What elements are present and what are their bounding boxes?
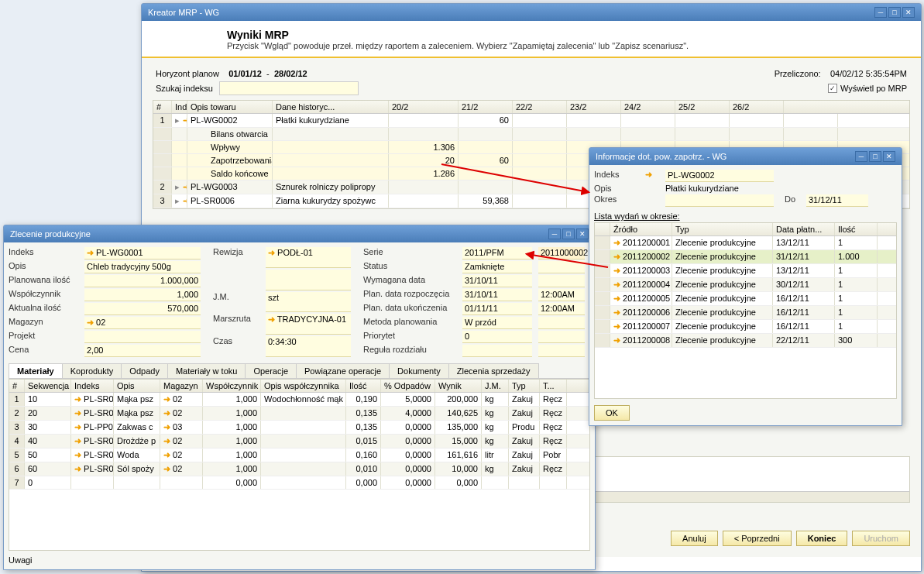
minimize-icon[interactable]: ─ bbox=[874, 7, 887, 18]
table-row[interactable]: 550➜ PL-SR00Woda➜ 021,0000,1600,0000161,… bbox=[9, 449, 589, 462]
field-value[interactable]: 31/10/11 bbox=[462, 289, 532, 301]
column-header[interactable]: Źródło bbox=[610, 223, 672, 235]
close-icon[interactable]: ✕ bbox=[576, 229, 589, 239]
field-value[interactable]: 12:00AM bbox=[538, 303, 585, 315]
table-row[interactable]: 220➜ PL-SR00Mąka psz➜ 021,0000,1354,0000… bbox=[9, 407, 589, 421]
table-row[interactable]: ➜ 2011200007Zlecenie produkcyjne16/12/11… bbox=[595, 320, 896, 334]
drill-arrow-icon[interactable]: ➜ bbox=[74, 408, 81, 418]
drill-arrow-icon[interactable]: ➜ bbox=[613, 308, 620, 318]
drill-arrow-icon[interactable]: ➜ bbox=[163, 450, 170, 460]
field-value[interactable]: 1,000 bbox=[84, 289, 201, 301]
field-value[interactable]: Zamknięte bbox=[462, 261, 532, 273]
drill-arrow-icon[interactable]: ➜ bbox=[268, 314, 275, 325]
drill-arrow-icon[interactable]: ➜ bbox=[74, 436, 81, 446]
drill-arrow-icon[interactable]: ➜ bbox=[613, 238, 620, 248]
drill-arrow-icon[interactable]: ➜ bbox=[74, 450, 81, 460]
field-value[interactable] bbox=[538, 345, 585, 357]
column-header[interactable]: Dane historyc... bbox=[273, 101, 389, 113]
table-row[interactable]: ➜ 2011200006Zlecenie produkcyjne16/12/11… bbox=[595, 306, 896, 320]
column-header[interactable]: Indeks bbox=[71, 380, 114, 392]
maximize-icon[interactable]: □ bbox=[869, 151, 881, 162]
table-row[interactable]: 700,0000,0000,00000,000 bbox=[9, 476, 589, 490]
drill-arrow-icon[interactable]: ➜ bbox=[613, 280, 620, 290]
field-value[interactable]: W przód bbox=[462, 317, 532, 329]
table-row[interactable]: 110➜ PL-SR00Mąka psz➜ 021,000Wodochłonno… bbox=[9, 393, 589, 407]
table-row[interactable]: ➜ 2011200005Zlecenie produkcyjne16/12/11… bbox=[595, 292, 896, 306]
column-header[interactable]: Opis bbox=[114, 380, 160, 392]
tab-powiązane-operacje[interactable]: Powiązane operacje bbox=[296, 363, 390, 378]
column-header[interactable]: Współczynnik bbox=[203, 380, 261, 392]
tab-materiały[interactable]: Materiały bbox=[9, 363, 63, 378]
drill-arrow-icon[interactable]: ➜ bbox=[163, 464, 170, 474]
drill-arrow-icon[interactable]: ➜ bbox=[87, 248, 94, 258]
column-header[interactable]: T... bbox=[540, 380, 567, 392]
order-titlebar[interactable]: Zlecenie produkcyjne ─ □ ✕ bbox=[4, 225, 595, 242]
table-row[interactable]: ➜ 2011200002Zlecenie produkcyjne31/12/11… bbox=[595, 250, 896, 264]
ok-button[interactable]: OK bbox=[594, 405, 630, 421]
drill-arrow-icon[interactable]: ➜ bbox=[613, 266, 620, 276]
field-value[interactable]: Chleb tradycyjny 500g bbox=[84, 261, 201, 273]
field-value[interactable]: 0:34:30 bbox=[266, 336, 351, 357]
table-row[interactable]: ➜ 2011200001Zlecenie produkcyjne13/12/11… bbox=[595, 236, 896, 250]
minimize-icon[interactable]: ─ bbox=[855, 151, 867, 162]
close-icon[interactable]: ✕ bbox=[883, 151, 895, 162]
field-value[interactable]: ➜ PL-WG0001 bbox=[84, 247, 201, 260]
column-header[interactable]: # bbox=[153, 101, 172, 113]
close-icon[interactable]: ✕ bbox=[902, 7, 915, 18]
run-button[interactable]: Uruchom bbox=[852, 531, 910, 546]
column-header[interactable]: Opis towaru bbox=[187, 101, 273, 113]
field-value[interactable] bbox=[538, 317, 585, 329]
tab-dokumenty[interactable]: Dokumenty bbox=[389, 363, 449, 378]
column-header[interactable]: Typ bbox=[672, 223, 773, 235]
tab-zlecenia-sprzedaży[interactable]: Zlecenia sprzedaży bbox=[448, 363, 539, 378]
tab-odpady[interactable]: Odpady bbox=[121, 363, 168, 378]
tab-materiały-w-toku[interactable]: Materiały w toku bbox=[167, 363, 246, 378]
field-value[interactable]: szt bbox=[266, 292, 351, 313]
column-header[interactable]: 24/2 bbox=[621, 101, 675, 113]
column-header[interactable]: Ilość bbox=[346, 380, 381, 392]
drill-arrow-icon[interactable]: ➜ bbox=[613, 294, 620, 304]
drill-arrow-icon[interactable]: ➜ bbox=[268, 248, 275, 258]
column-header[interactable]: J.M. bbox=[482, 380, 509, 392]
column-header[interactable]: 20/2 bbox=[389, 101, 459, 113]
table-row[interactable]: 330➜ PL-PP00Zakwas c➜ 031,0000,1350,0000… bbox=[9, 421, 589, 435]
show-after-mrp-checkbox[interactable]: ✓ Wyświetl po MRP bbox=[828, 84, 907, 93]
field-value[interactable]: 2011/PFM bbox=[462, 247, 532, 260]
field-value[interactable] bbox=[538, 331, 585, 343]
field-value[interactable]: 0 bbox=[462, 331, 532, 343]
info-grid[interactable]: ŹródłoTypData płatn...Ilość ➜ 2011200001… bbox=[594, 222, 897, 399]
column-header[interactable]: % Odpadów bbox=[381, 380, 435, 392]
materials-grid[interactable]: #SekwencjaIndeksOpisMagazynWspółczynnikO… bbox=[9, 379, 590, 551]
drill-arrow-icon[interactable]: ➜ bbox=[87, 318, 94, 328]
drill-arrow-icon[interactable]: ➜ bbox=[74, 422, 81, 432]
column-header[interactable]: 25/2 bbox=[675, 101, 730, 113]
column-header[interactable]: 23/2 bbox=[567, 101, 621, 113]
previous-button[interactable]: < Poprzedni bbox=[723, 531, 792, 546]
table-row[interactable]: ➜ 2011200004Zlecenie produkcyjne30/12/11… bbox=[595, 278, 896, 292]
table-row[interactable]: ➜ 2011200008Zlecenie produkcyjne22/12/11… bbox=[595, 334, 896, 348]
column-header[interactable]: Data płatn... bbox=[773, 223, 835, 235]
field-value[interactable] bbox=[538, 261, 585, 273]
field-value[interactable] bbox=[84, 331, 201, 343]
tab-operacje[interactable]: Operacje bbox=[245, 363, 297, 378]
column-header[interactable]: 21/2 bbox=[459, 101, 513, 113]
info-period-from[interactable] bbox=[665, 194, 774, 207]
column-header[interactable]: Opis współczynnika bbox=[261, 380, 346, 392]
drill-arrow-icon[interactable]: ➜ bbox=[163, 422, 170, 432]
minimize-icon[interactable]: ─ bbox=[548, 229, 561, 239]
field-value[interactable]: 31/10/11 bbox=[462, 275, 532, 287]
field-value[interactable]: 2,00 bbox=[84, 345, 201, 357]
drill-arrow-icon[interactable]: ➜ bbox=[163, 408, 170, 418]
column-header[interactable]: Typ bbox=[509, 380, 540, 392]
tab-koprodukty[interactable]: Koprodukty bbox=[62, 363, 122, 378]
table-row[interactable]: 1▸➜PL-WG0002Płatki kukurydziane60 bbox=[153, 114, 909, 128]
column-header[interactable]: Sekwencja bbox=[25, 380, 71, 392]
field-value[interactable]: 2011000002 bbox=[538, 247, 585, 260]
column-header[interactable]: Magazyn bbox=[160, 380, 203, 392]
table-row[interactable]: 660➜ PL-SR00Sól spoży➜ 021,0000,0100,000… bbox=[9, 462, 589, 476]
drill-arrow-icon[interactable]: ➜ bbox=[163, 394, 170, 404]
field-value[interactable]: ➜ 02 bbox=[84, 317, 201, 329]
field-value[interactable] bbox=[462, 345, 532, 357]
field-value[interactable] bbox=[538, 275, 585, 287]
drill-arrow-icon[interactable]: ➜ bbox=[613, 252, 620, 262]
